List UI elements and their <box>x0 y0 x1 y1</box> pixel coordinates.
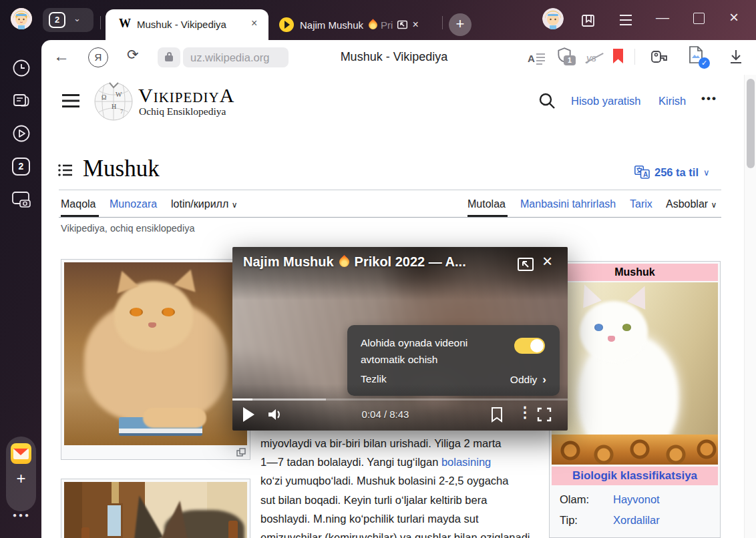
taxobox-section[interactable]: Biologik klassifikatsiya <box>552 467 718 485</box>
wiki-wordmark[interactable]: VikipediyA <box>138 84 234 107</box>
row-value-link[interactable]: Xordalilar <box>613 514 660 527</box>
cat-photo[interactable] <box>64 262 247 445</box>
player-title: Najim Mushuk Prikol 2022 — A... <box>243 254 466 270</box>
shield-badge: 1 <box>564 55 576 65</box>
header-rule <box>59 190 721 190</box>
minimize-button[interactable]: — <box>656 11 669 24</box>
tab-talk[interactable]: Munozara <box>110 198 157 210</box>
more-menu-icon[interactable]: ⋮ <box>518 404 532 421</box>
body-line: miyovlaydi va bir-biri bilan urishadi. Y… <box>260 434 548 453</box>
close-window-button[interactable]: × <box>729 11 739 24</box>
cat-eye-right <box>162 308 175 316</box>
password-manager-icon[interactable] <box>649 47 669 67</box>
turbo-disabled-icon[interactable]: ys <box>585 51 604 65</box>
tab-read[interactable]: Mutolaa <box>467 198 506 210</box>
menu-icon[interactable] <box>618 14 633 26</box>
row-label: Olam: <box>560 493 613 506</box>
feed-icon[interactable] <box>12 91 31 110</box>
auto-pip-label: Alohida oynada videoni avtomatik ochish <box>361 334 504 368</box>
toc-icon[interactable] <box>58 164 73 177</box>
pip-indicator-icon[interactable] <box>397 19 408 31</box>
tab-wikipedia[interactable]: W Mushuk - Vikipediya × <box>106 9 268 40</box>
row-label: Tip: <box>560 514 613 527</box>
address-bar[interactable]: uz.wikipedia.org <box>183 47 289 67</box>
body-line: boshlaydi. M.ning koʻpchilik turlari may… <box>260 509 548 528</box>
fullscreen-icon[interactable] <box>537 407 552 422</box>
auto-pip-toggle[interactable] <box>514 338 545 354</box>
player-title-text: Prikol 2022 — A... <box>355 254 466 270</box>
flame-icon <box>367 19 379 31</box>
language-count: 256 ta til <box>654 166 699 179</box>
toolbar-divider <box>634 49 635 65</box>
avatar-art <box>11 8 32 29</box>
progress-bar[interactable] <box>232 398 568 400</box>
svg-text:A: A <box>528 53 535 64</box>
adblock-shield-icon[interactable]: 1 <box>556 47 578 69</box>
row-value-link[interactable]: Hayvonot <box>613 493 660 506</box>
close-player-icon[interactable]: × <box>542 251 552 272</box>
yandex-services-icon[interactable]: Я <box>88 47 108 67</box>
page-title: Mushuk - Vikipediya <box>280 50 508 64</box>
history-icon[interactable] <box>12 59 31 77</box>
wiki-link[interactable]: bolasining <box>441 456 491 468</box>
tab-video[interactable]: Najim Mushuk Pri × <box>272 9 434 40</box>
tools-menu[interactable]: Asboblar ∨ <box>666 198 717 210</box>
create-account-link[interactable]: Hisob yaratish <box>571 95 641 107</box>
search-icon[interactable] <box>538 92 556 109</box>
back-icon[interactable]: ← <box>53 47 69 65</box>
save-bookmark-icon[interactable] <box>490 407 504 423</box>
kitten-head <box>580 301 648 362</box>
kitten-photo[interactable] <box>552 282 718 465</box>
kitten-nose <box>608 336 615 342</box>
tabs-panel-icon[interactable]: 2 <box>12 158 30 176</box>
profile-avatar[interactable] <box>11 8 32 29</box>
screenshot-icon[interactable] <box>11 190 32 210</box>
taxobox-title: Mushuk <box>552 264 718 281</box>
page-capture-icon[interactable]: ✓ <box>688 45 712 71</box>
site-tagline: Vikipediya, ochiq ensiklopediya <box>61 223 194 234</box>
wiki-menu-icon[interactable] <box>61 93 80 108</box>
cat-thumbnail-frame-2 <box>61 479 250 538</box>
cat2-ear-right <box>161 499 196 538</box>
wikipedia-logo[interactable]: Ω W H 7 <box>93 79 134 123</box>
video-service-icon[interactable] <box>12 124 31 143</box>
exit-pip-icon[interactable] <box>517 256 534 273</box>
scrollbar-thumb[interactable] <box>747 79 755 168</box>
bookmarks-panel-icon[interactable] <box>580 11 597 29</box>
language-selector[interactable]: A 256 ta til ∨ <box>634 166 710 179</box>
tab-edit-source[interactable]: Manbasini tahrirlash <box>520 198 616 210</box>
cat-photo-2[interactable] <box>64 482 247 538</box>
translate-icon[interactable]: A <box>528 51 546 65</box>
sign-in-link[interactable]: Kirish <box>658 95 686 107</box>
cat-paw <box>143 408 206 428</box>
cat-head <box>114 281 193 351</box>
tab-counter[interactable]: 2 ⌄ <box>43 8 93 32</box>
close-tab-icon[interactable]: × <box>412 19 418 31</box>
close-tab-icon[interactable]: × <box>251 17 257 29</box>
svg-text:A: A <box>643 171 648 178</box>
tab-history[interactable]: Tarix <box>630 198 652 210</box>
volume-icon[interactable] <box>267 407 283 422</box>
more-options-icon[interactable]: ••• <box>701 92 717 105</box>
yandex-mail-icon[interactable] <box>11 443 31 464</box>
tab-title-clipped: Pri <box>381 19 393 31</box>
maximize-button[interactable] <box>693 13 705 24</box>
tab-title: Mushuk - Vikipediya <box>137 19 226 30</box>
tab-article[interactable]: Maqola <box>61 198 96 210</box>
site-security-badge[interactable] <box>158 47 180 67</box>
sidebar-more-icon[interactable]: ●●● <box>13 511 31 519</box>
thumbnail-expand-icon[interactable] <box>236 448 246 457</box>
add-service-button[interactable]: + <box>13 471 29 487</box>
video-player-overlay[interactable]: Najim Mushuk Prikol 2022 — A... × Alohid… <box>232 247 568 431</box>
variant-selector[interactable]: lotin/кирилл ∨ <box>171 198 238 210</box>
play-icon[interactable] <box>243 407 254 422</box>
scrollbar-track[interactable] <box>744 75 756 538</box>
check-badge: ✓ <box>699 57 710 69</box>
download-icon[interactable] <box>728 48 744 65</box>
bagels <box>552 435 718 465</box>
tab-divider <box>100 16 101 29</box>
new-tab-button[interactable]: + <box>449 13 471 36</box>
reload-icon[interactable]: ⟳ <box>127 47 139 63</box>
account-avatar[interactable] <box>542 8 564 29</box>
kitten-eye-blue <box>594 324 603 331</box>
